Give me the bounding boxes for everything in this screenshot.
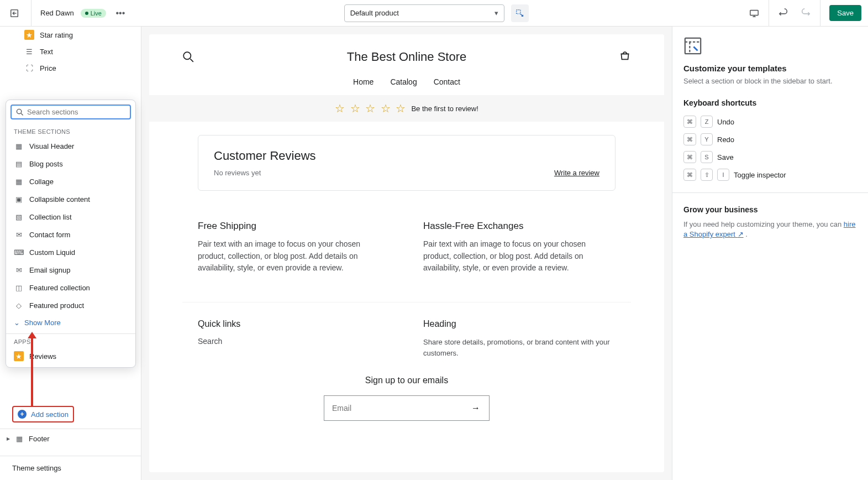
section-icon: ✉ xyxy=(14,229,24,239)
kbd-key: S xyxy=(701,151,713,163)
kbd-label: Redo xyxy=(717,135,734,144)
text-icon: ☰ xyxy=(24,46,34,56)
kbd-key: ⌘ xyxy=(683,116,696,128)
search-input[interactable] xyxy=(27,108,125,116)
chevron-down-icon: ⌄ xyxy=(14,319,20,327)
section-icon: ▤ xyxy=(14,159,24,169)
kbd-label: Toggle inspector xyxy=(734,171,786,179)
separator xyxy=(769,0,769,27)
kbd-row: ⌘SSave xyxy=(683,148,857,166)
show-more[interactable]: ⌄ Show More xyxy=(6,314,135,331)
section-label: Custom Liquid xyxy=(29,248,75,257)
sidebar-item-price[interactable]: ⛶Price xyxy=(0,60,141,76)
exit-icon xyxy=(9,8,19,18)
kbd-label: Undo xyxy=(717,118,734,126)
section-label: Visual Header xyxy=(29,142,74,150)
save-button[interactable]: Save xyxy=(829,5,861,21)
section-label: Contact form xyxy=(29,231,70,239)
section-icon: ▦ xyxy=(14,141,24,151)
nav-home[interactable]: Home xyxy=(353,77,373,86)
section-icon: ▧ xyxy=(14,212,24,222)
right-panel: Customize your templates Select a sectio… xyxy=(672,27,868,480)
popup-item[interactable]: ▧Collection list xyxy=(6,208,135,226)
signup-title: Sign up to our emails xyxy=(182,375,631,385)
search-wrap xyxy=(6,100,135,124)
quick-links-title: Quick links xyxy=(198,319,390,329)
plus-icon: + xyxy=(18,410,27,419)
quick-link-search[interactable]: Search xyxy=(198,337,222,346)
section-icon: ◇ xyxy=(14,300,24,310)
popup-item[interactable]: ⌨Custom Liquid xyxy=(6,243,135,261)
section-label: Collage xyxy=(29,178,54,186)
kbd-label: Save xyxy=(717,153,734,161)
badge-dot xyxy=(85,12,88,15)
customize-sub: Select a section or block in the sidebar… xyxy=(683,76,857,86)
sidebar-label: Price xyxy=(40,64,56,72)
desktop-icon xyxy=(749,8,759,18)
topbar-left: Red Dawn Live ••• xyxy=(7,0,128,27)
reviews-title: Customer Reviews xyxy=(214,149,599,163)
popup-item[interactable]: ▤Blog posts xyxy=(6,155,135,173)
grow-body: If you need help customizing your theme,… xyxy=(683,220,857,239)
popup-item[interactable]: ✉Email signup xyxy=(6,261,135,279)
sidebar-footer-row[interactable]: ▶ ▦ Footer xyxy=(0,429,141,448)
section-icon: ⌨ xyxy=(14,247,24,257)
search-icon[interactable] xyxy=(182,51,194,63)
heading-col: Heading Share store details, promotions,… xyxy=(423,319,616,359)
stars-icon: ☆ ☆ ☆ ☆ ☆ xyxy=(335,102,407,115)
add-section-button[interactable]: + Add section xyxy=(12,406,74,422)
sidebar-item-text[interactable]: ☰Text xyxy=(0,43,141,60)
kbd-key: Z xyxy=(701,116,713,128)
footer-section: Quick links Search Heading Share store d… xyxy=(182,302,631,364)
cart-icon[interactable] xyxy=(619,51,631,63)
price-icon: ⛶ xyxy=(24,63,34,73)
search-field[interactable] xyxy=(10,105,131,119)
feature-body: Pair text with an image to focus on your… xyxy=(198,238,390,274)
more-button[interactable]: ••• xyxy=(113,6,128,21)
preview-pane: The Best Online Store Home Catalog Conta… xyxy=(141,27,672,480)
popup-item[interactable]: ◫Featured collection xyxy=(6,279,135,296)
preview-content: The Best Online Store Home Catalog Conta… xyxy=(149,34,664,472)
redo-button[interactable] xyxy=(796,3,816,23)
section-label: Featured product xyxy=(29,301,84,310)
kbd-key: I xyxy=(717,169,729,181)
write-review-link[interactable]: Write a review xyxy=(554,169,599,177)
sidebar-item-star-rating[interactable]: ★Star rating xyxy=(0,27,141,43)
email-input[interactable] xyxy=(324,396,462,420)
nav-contact[interactable]: Contact xyxy=(434,77,460,86)
undo-button[interactable] xyxy=(774,3,793,23)
exit-button[interactable] xyxy=(7,6,22,21)
topbar: Red Dawn Live ••• Default product ▾ Save xyxy=(0,0,868,27)
reviews-row: No reviews yet Write a review xyxy=(214,169,599,177)
feature-body: Pair text with an image to focus on your… xyxy=(423,238,616,274)
popup-item[interactable]: ★Reviews xyxy=(6,347,135,365)
inspector-button[interactable] xyxy=(511,4,529,22)
sidebar-label: Text xyxy=(40,48,53,56)
nav-catalog[interactable]: Catalog xyxy=(390,77,417,86)
no-reviews-text: No reviews yet xyxy=(214,169,261,177)
inspector-icon xyxy=(515,8,525,18)
customize-title: Customize your templates xyxy=(683,64,857,73)
viewport-button[interactable] xyxy=(744,3,764,23)
arrow-head xyxy=(28,332,36,338)
feature-exchanges: Hassle-Free Exchanges Pair text with an … xyxy=(423,221,616,274)
popup-item[interactable]: ▦Collage xyxy=(6,173,135,190)
kbd-key: Y xyxy=(701,133,713,145)
popup-item[interactable]: ▦Visual Header xyxy=(6,137,135,155)
footer-label: Footer xyxy=(29,435,50,443)
email-submit[interactable]: → xyxy=(462,396,489,420)
svg-point-3 xyxy=(17,109,21,113)
section-label: Email signup xyxy=(29,266,70,274)
rating-row: ☆ ☆ ☆ ☆ ☆ Be the first to review! xyxy=(149,95,664,122)
topbar-center: Default product ▾ xyxy=(133,4,740,22)
theme-settings-button[interactable]: Theme settings xyxy=(0,456,141,480)
caret-right-icon: ▶ xyxy=(7,436,10,441)
separator xyxy=(31,0,31,27)
email-wrap: → xyxy=(324,395,490,421)
features: Free Shipping Pair text with an image to… xyxy=(182,204,631,291)
popup-item[interactable]: ◇Featured product xyxy=(6,296,135,314)
popup-item[interactable]: ▣Collapsible content xyxy=(6,190,135,208)
popup-item[interactable]: ✉Contact form xyxy=(6,226,135,243)
feature-shipping: Free Shipping Pair text with an image to… xyxy=(198,221,390,274)
template-select[interactable]: Default product ▾ xyxy=(344,4,504,22)
